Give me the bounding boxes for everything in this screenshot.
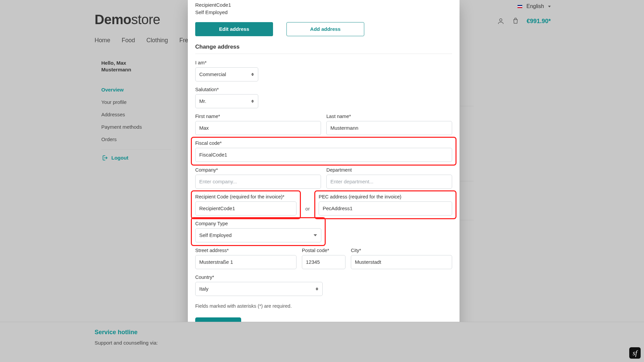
address-form: I am* Commercial Salutation* Mr. First n… [195, 60, 452, 331]
city-input[interactable]: Musterstadt [351, 255, 452, 269]
sidebar-item-profile[interactable]: Your profile [101, 96, 171, 108]
add-address-button[interactable]: Add address [286, 22, 364, 36]
label-iam: I am* [195, 60, 452, 65]
address-preview: RecipientCode1 Self Employed [195, 0, 452, 16]
label-street: Street address* [195, 248, 297, 253]
account-sidebar: Hello, Max Mustermann Overview Your prof… [101, 60, 171, 161]
pec-address-input[interactable]: PecAddress1 [319, 201, 452, 216]
salutation-select[interactable]: Mr. [195, 94, 258, 108]
label-postal: Postal code* [302, 248, 345, 253]
ghost-divider [460, 181, 474, 181]
label-country: Country* [195, 275, 452, 280]
label-salutation: Salutation* [195, 87, 452, 92]
last-name-input[interactable]: Mustermann [326, 121, 452, 135]
label-fiscal-code: Fiscal code* [195, 140, 452, 146]
nav-clothing[interactable]: Clothing [147, 37, 168, 44]
logout-icon [101, 155, 108, 161]
first-name-input[interactable]: Max [195, 121, 321, 135]
address-modal: RecipientCode1 Self Employed Edit addres… [188, 0, 460, 339]
symfony-debug-badge[interactable]: sf [629, 347, 641, 359]
language-label: English [527, 3, 544, 9]
edit-address-button[interactable]: Edit address [195, 22, 273, 36]
account-icon[interactable] [497, 17, 504, 25]
cart-icon[interactable] [512, 17, 519, 25]
label-last-name: Last name* [326, 114, 452, 119]
country-select[interactable]: Italy [195, 282, 323, 296]
label-recipient-code: Recipient Code (required for the invoice… [195, 194, 297, 199]
chevron-down-icon [314, 234, 317, 236]
fiscal-code-input[interactable]: FiscalCode1 [195, 148, 452, 162]
svg-point-0 [499, 19, 502, 21]
company-type-select[interactable]: Self Employed [195, 228, 321, 242]
ghost-divider [460, 106, 474, 106]
store-logo[interactable]: Demostore [95, 12, 160, 27]
label-first-name: First name* [195, 114, 321, 119]
nav-food[interactable]: Food [122, 37, 135, 44]
change-address-title: Change address [195, 44, 452, 54]
logo-bold: Demo [95, 12, 131, 27]
logout-link[interactable]: Logout [101, 155, 171, 161]
nav-home[interactable]: Home [95, 37, 110, 44]
sidebar-item-payment[interactable]: Payment methods [101, 121, 171, 133]
label-pec-address: PEC address (required for the invoice) [319, 194, 452, 199]
greeting: Hello, Max Mustermann [101, 60, 171, 73]
chevron-down-icon [548, 6, 551, 7]
label-city: City* [351, 248, 452, 253]
postal-input[interactable]: 12345 [302, 255, 345, 269]
language-switcher[interactable]: English [517, 3, 551, 9]
or-label: or [303, 206, 313, 216]
logout-label: Logout [111, 155, 128, 161]
flag-uk-icon [517, 5, 523, 8]
required-fields-note: Fields marked with asterisks (*) are req… [195, 303, 452, 309]
sidebar-divider [101, 149, 171, 150]
iam-select[interactable]: Commercial [195, 67, 258, 81]
sidebar-item-overview[interactable]: Overview [101, 83, 171, 96]
footer-hotline-title: Service hotline [95, 329, 158, 336]
recipient-code-input[interactable]: RecipientCode1 [195, 201, 297, 216]
sidebar-item-addresses[interactable]: Addresses [101, 108, 171, 121]
label-company: Company* [195, 167, 321, 173]
sidebar-item-orders[interactable]: Orders [101, 133, 171, 145]
logo-light: store [131, 12, 160, 27]
company-input[interactable]: Enter company... [195, 175, 321, 189]
footer: Service hotline Support and counselling … [0, 322, 644, 362]
label-department: Department [326, 167, 452, 173]
department-input[interactable]: Enter department... [326, 175, 452, 189]
label-company-type: Company Type [195, 221, 321, 226]
ghost-divider [460, 220, 474, 220]
footer-hotline-sub: Support and counselling via: [95, 340, 158, 346]
primary-nav: Home Food Clothing Free [95, 37, 192, 44]
street-input[interactable]: Musterstraße 1 [195, 255, 297, 269]
cart-total[interactable]: €991.90* [527, 18, 551, 25]
